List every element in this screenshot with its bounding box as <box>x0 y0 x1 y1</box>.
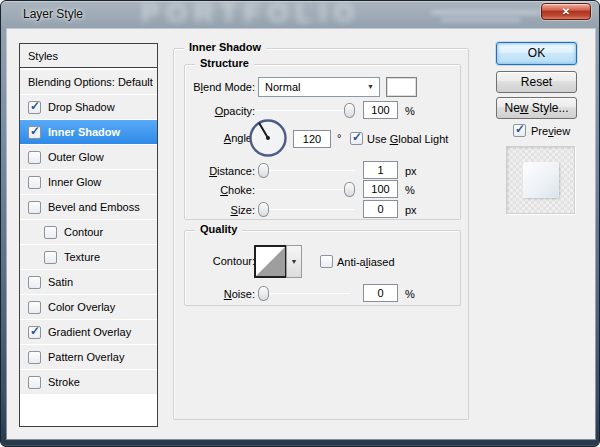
size-unit: px <box>405 200 417 220</box>
size-input[interactable]: 0 <box>363 200 398 218</box>
sidebar-item-color-overlay[interactable]: Color Overlay <box>20 295 157 319</box>
sidebar-item-label: Stroke <box>48 376 80 388</box>
styles-list: Styles Blending Options: DefaultDrop Sha… <box>19 43 158 427</box>
distance-unit: px <box>405 161 417 181</box>
background-blur-blob <box>441 18 521 22</box>
angle-dial-center <box>266 136 270 140</box>
ok-button[interactable]: OK <box>496 42 577 65</box>
use-global-light-label: Use Global Light <box>367 130 448 148</box>
layer-style-dialog: PORTFOLIO Layer Style ✕ Styles Blending … <box>0 0 600 447</box>
distance-label: Distance: <box>185 161 255 181</box>
noise-label: Noise: <box>185 284 255 304</box>
sidebar-item-contour[interactable]: Contour <box>20 220 157 244</box>
new-style-button[interactable]: New Style... <box>496 97 577 119</box>
sidebar-item-stroke[interactable]: Stroke <box>20 370 157 394</box>
slider-thumb[interactable] <box>344 103 355 118</box>
angle-row: Angle: 120 ° Use Global Light <box>185 118 460 160</box>
sidebar-item-blending-options[interactable]: Blending Options: Default <box>20 70 157 94</box>
slider-groove <box>255 189 355 190</box>
preview-label: Preview <box>531 125 570 137</box>
sidebar-item-label: Outer Glow <box>48 151 104 163</box>
unchecked-checkbox-icon[interactable] <box>28 351 41 364</box>
styles-list-rows: Blending Options: DefaultDrop ShadowInne… <box>20 68 157 394</box>
slider-thumb[interactable] <box>344 182 355 197</box>
slider-thumb[interactable] <box>258 163 269 178</box>
sidebar-item-outer-glow[interactable]: Outer Glow <box>20 145 157 169</box>
sidebar-item-label: Contour <box>64 226 103 238</box>
sidebar-item-label: Texture <box>64 251 100 263</box>
sidebar-item-label: Gradient Overlay <box>48 326 131 338</box>
contour-thumbnail[interactable] <box>254 245 287 278</box>
sidebar-item-label: Blending Options: Default <box>28 76 153 88</box>
noise-input[interactable]: 0 <box>363 284 398 302</box>
unchecked-checkbox-icon[interactable] <box>28 276 41 289</box>
sidebar-item-label: Inner Shadow <box>48 126 120 138</box>
sidebar-item-label: Pattern Overlay <box>48 351 124 363</box>
style-preview-shape <box>523 162 559 198</box>
panel-title: Inner Shadow <box>184 41 266 53</box>
angle-dial[interactable] <box>248 118 288 158</box>
structure-group: Structure Blend Mode: Normal ▼ Opacity: <box>184 64 461 220</box>
quality-group-title: Quality <box>195 223 242 235</box>
dialog-client-area: Styles Blending Options: DefaultDrop Sha… <box>7 29 595 439</box>
close-icon: ✕ <box>562 6 570 17</box>
close-button[interactable]: ✕ <box>541 3 591 20</box>
distance-slider[interactable] <box>255 162 355 180</box>
checked-checkbox-icon[interactable] <box>28 126 41 139</box>
chevron-down-icon: ▼ <box>367 79 374 95</box>
sidebar-item-inner-shadow[interactable]: Inner Shadow <box>20 120 157 144</box>
reset-button[interactable]: Reset <box>496 71 577 93</box>
slider-groove <box>255 170 355 171</box>
noise-slider[interactable] <box>255 285 350 303</box>
slider-thumb[interactable] <box>258 286 269 301</box>
sidebar-item-texture[interactable]: Texture <box>20 245 157 269</box>
unchecked-checkbox-icon[interactable] <box>28 201 41 214</box>
opacity-input[interactable]: 100 <box>363 101 398 119</box>
angle-input[interactable]: 120 <box>293 130 331 148</box>
sidebar-item-bevel-and-emboss[interactable]: Bevel and Emboss <box>20 195 157 219</box>
background-blur-blob <box>431 10 541 15</box>
blend-mode-label: Blend Mode: <box>185 77 255 97</box>
use-global-light-checkbox[interactable] <box>350 132 363 145</box>
sidebar-item-label: Bevel and Emboss <box>48 201 140 213</box>
sidebar-item-gradient-overlay[interactable]: Gradient Overlay <box>20 320 157 344</box>
unchecked-checkbox-icon[interactable] <box>28 301 41 314</box>
quality-group: Quality Contour: ▼ Anti-aliased Noise: <box>184 230 461 306</box>
title-bar[interactable]: PORTFOLIO Layer Style ✕ <box>1 1 599 29</box>
preview-checkbox[interactable] <box>513 124 526 137</box>
choke-unit: % <box>405 180 415 200</box>
inner-shadow-panel: Inner Shadow Structure Blend Mode: Norma… <box>173 48 469 420</box>
size-slider[interactable] <box>255 201 355 219</box>
unchecked-checkbox-icon[interactable] <box>28 176 41 189</box>
sidebar-item-label: Drop Shadow <box>48 101 115 113</box>
blend-mode-select[interactable]: Normal ▼ <box>258 77 380 97</box>
unchecked-checkbox-icon[interactable] <box>28 151 41 164</box>
choke-slider[interactable] <box>255 181 355 199</box>
window-title: Layer Style <box>23 7 83 21</box>
sidebar-item-label: Inner Glow <box>48 176 101 188</box>
structure-group-title: Structure <box>195 57 254 69</box>
sidebar-item-satin[interactable]: Satin <box>20 270 157 294</box>
choke-row: Choke: 100 % <box>185 180 460 200</box>
slider-thumb[interactable] <box>258 202 269 217</box>
shadow-color-swatch[interactable] <box>386 77 417 97</box>
unchecked-checkbox-icon[interactable] <box>28 376 41 389</box>
distance-input[interactable]: 1 <box>363 161 398 179</box>
sidebar-item-drop-shadow[interactable]: Drop Shadow <box>20 95 157 119</box>
checked-checkbox-icon[interactable] <box>28 326 41 339</box>
blend-mode-row: Blend Mode: Normal ▼ <box>185 77 460 97</box>
slider-groove <box>255 110 355 111</box>
contour-label: Contour: <box>185 245 255 278</box>
sidebar-item-inner-glow[interactable]: Inner Glow <box>20 170 157 194</box>
checked-checkbox-icon[interactable] <box>28 101 41 114</box>
angle-label: Angle: <box>185 128 255 148</box>
distance-row: Distance: 1 px <box>185 161 460 181</box>
choke-input[interactable]: 100 <box>363 180 398 198</box>
unchecked-checkbox-icon[interactable] <box>44 251 57 264</box>
anti-aliased-checkbox[interactable] <box>320 255 333 268</box>
sidebar-item-label: Satin <box>48 276 73 288</box>
slider-groove <box>255 209 355 210</box>
unchecked-checkbox-icon[interactable] <box>44 226 57 239</box>
contour-picker-arrow[interactable]: ▼ <box>286 245 302 278</box>
sidebar-item-pattern-overlay[interactable]: Pattern Overlay <box>20 345 157 369</box>
